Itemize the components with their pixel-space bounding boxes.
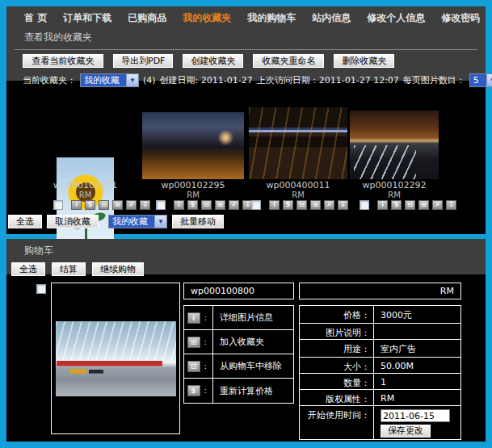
nav-item-change-password[interactable]: 修改密码 [441, 11, 480, 25]
thumbnail-airport-dusk-photo[interactable] [142, 112, 244, 179]
info-icon[interactable]: i [71, 200, 82, 210]
nav-item-my-favorites[interactable]: 我的收藏夹 [183, 11, 231, 25]
main-nav: 首 页 订单和下载 已购商品 我的收藏夹 我的购物车 站内信息 修改个人信息 修… [6, 6, 486, 25]
thumbnail-night-street-photo[interactable] [249, 107, 347, 179]
export-pdf-button[interactable]: 导出到PDF [113, 54, 173, 68]
start-date-input[interactable] [381, 409, 450, 422]
delete-icon[interactable]: ✗ [324, 200, 334, 210]
info-icon[interactable]: i [174, 200, 184, 210]
action-row: ⊞ ： 加入收藏夹 [184, 330, 293, 354]
nav-item-messages[interactable]: 站内信息 [312, 11, 351, 25]
nav-item-edit-profile[interactable]: 修改个人信息 [367, 11, 425, 25]
cart-icon[interactable]: ⊟ [296, 200, 307, 210]
price-icon[interactable]: $ [187, 200, 198, 210]
per-page-select[interactable]: 5 ▾ [469, 73, 492, 87]
nav-item-home[interactable]: 首 页 [24, 11, 47, 25]
cart-icon[interactable]: ⊟ [405, 200, 415, 210]
rename-favorites-button[interactable]: 收藏夹重命名 [253, 54, 324, 68]
per-page-label: 每页图片数目： [403, 74, 465, 86]
detail-label: 用途： [300, 340, 374, 357]
favorites-header-area: 首 页 订单和下载 已购商品 我的收藏夹 我的购物车 站内信息 修改个人信息 修… [6, 6, 486, 81]
detail-row-description: 图片说明： [300, 324, 460, 340]
select-all-button[interactable]: 全选 [8, 215, 42, 228]
collection-icon[interactable]: ⊞ [215, 200, 225, 210]
per-page-select-value: 5 [470, 74, 486, 86]
info-icon[interactable]: i [377, 200, 388, 210]
cart-icon[interactable]: ⊟ [99, 200, 109, 210]
delete-icon[interactable]: ✗ [126, 200, 137, 210]
download-icon[interactable]: ↧ [446, 200, 456, 210]
download-icon[interactable]: ↧ [140, 200, 150, 210]
info-icon[interactable]: i [269, 200, 280, 210]
cart-item-id: wp000100800 [183, 283, 294, 299]
save-changes-button[interactable]: 保存更改 [381, 425, 431, 438]
info-icon[interactable]: i [187, 312, 200, 324]
detail-row-license: 版权属性： RM [300, 390, 460, 406]
detail-row-price: 价格： 3000元 [300, 306, 460, 324]
thumbnail-airport-road-photo[interactable] [350, 111, 439, 179]
collection-icon[interactable]: ⊞ [310, 200, 321, 210]
action-detail-info[interactable]: 详细图片信息 [213, 306, 273, 329]
remove-favorite-button[interactable]: 取消收藏 [47, 215, 99, 228]
colon: ： [202, 337, 210, 348]
price-icon[interactable]: $ [391, 200, 402, 210]
cart-toolbar: 全选 结算 继续购物 [11, 262, 486, 281]
view-current-favorites-button[interactable]: 查看当前收藏夹 [23, 54, 103, 68]
collection-icon[interactable]: ⊞ [187, 337, 200, 348]
thumbnail-checkbox[interactable] [53, 200, 63, 210]
collection-icon[interactable]: ⊞ [112, 200, 123, 210]
checkout-button[interactable]: 结算 [52, 262, 86, 276]
cart-title: 购物车 [6, 239, 486, 257]
cart-icon[interactable]: ⊟ [187, 361, 200, 372]
image-id: wp000400011 [249, 181, 347, 191]
price-icon[interactable]: $ [283, 200, 293, 210]
nav-item-purchased[interactable]: 已购商品 [128, 11, 166, 25]
license-badge: RM [350, 191, 439, 200]
price-icon[interactable]: $ [187, 385, 200, 396]
thumbnail-checkbox[interactable] [360, 200, 369, 210]
delete-icon[interactable]: ✗ [432, 200, 443, 210]
action-remove-from-cart[interactable]: 从购物车中移除 [213, 354, 282, 378]
action-icon-cell: ⊞ ： [184, 330, 213, 354]
download-icon[interactable]: ↧ [338, 200, 348, 210]
continue-shopping-button[interactable]: 继续购物 [92, 262, 144, 276]
cart-item-checkbox[interactable] [36, 284, 46, 294]
chevron-down-icon: ▾ [154, 216, 166, 228]
move-target-select[interactable]: 我的收藏 ▾ [108, 215, 167, 228]
license-badge: RM [40, 191, 130, 200]
image-id: wp000102292 [350, 181, 439, 191]
thumbnail-action-strip: i $ ⊟ ⊞ ✗ ↧ [53, 200, 150, 210]
cart-item-photo[interactable] [56, 321, 176, 396]
nav-item-my-cart[interactable]: 我的购物车 [247, 11, 296, 25]
divider [15, 49, 477, 50]
delete-favorites-button[interactable]: 删除收藏夹 [334, 54, 394, 68]
cart-select-all-button[interactable]: 全选 [11, 262, 45, 276]
thumbnail-checkbox[interactable] [156, 200, 166, 210]
batch-move-button[interactable]: 批量移动 [172, 215, 224, 228]
thumbnail-action-strip: i $ ⊟ ⊞ ✗ ↧ [156, 200, 253, 210]
last-visit-date: 上次访问日期：2011-01-27 12:07 [257, 74, 399, 86]
collection-select[interactable]: 我的收藏 ▾ [80, 73, 139, 87]
cart-icon[interactable]: ⊟ [201, 200, 212, 210]
cart-item-image-cell [51, 283, 180, 434]
thumbnail-checkbox[interactable] [251, 200, 261, 210]
detail-value: 保存更改 [374, 406, 460, 439]
collection-icon[interactable]: ⊞ [418, 200, 429, 210]
current-favorites-label: 当前收藏夹： [23, 74, 76, 86]
detail-value: 室内广告 [374, 340, 460, 357]
action-recalculate-price[interactable]: 重新计算价格 [213, 379, 273, 403]
chevron-down-icon: ▾ [126, 74, 138, 86]
nav-item-orders-downloads[interactable]: 订单和下载 [63, 11, 111, 25]
page-title: 查看我的收藏夹 [24, 31, 486, 44]
price-icon[interactable]: $ [85, 200, 95, 210]
delete-icon[interactable]: ✗ [229, 200, 239, 210]
action-row: $ ： 重新计算价格 [184, 379, 293, 403]
favorites-info-row: 当前收藏夹： 我的收藏 ▾ (4) 创建日期: 2011-01-27 上次访问日… [23, 73, 474, 87]
action-add-to-favorites[interactable]: 加入收藏夹 [213, 330, 264, 354]
detail-row-start-time: 开始使用时间： 保存更改 [300, 406, 460, 439]
action-icon-cell: ⊟ ： [184, 354, 213, 378]
detail-label: 图片说明： [300, 324, 374, 339]
license-badge: RM [249, 191, 347, 200]
detail-row-usage: 用途： 室内广告 [300, 340, 460, 358]
create-favorites-button[interactable]: 创建收藏夹 [183, 54, 243, 68]
